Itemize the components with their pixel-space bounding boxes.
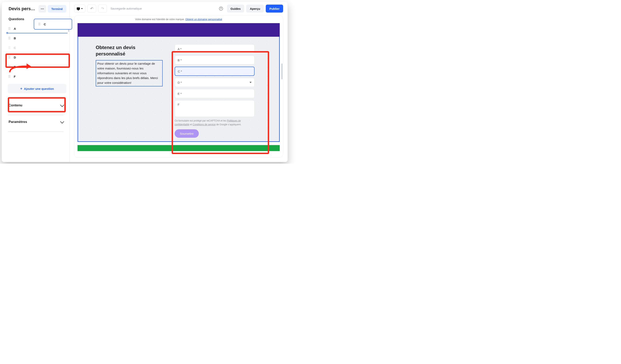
question-label: B	[14, 36, 16, 40]
field-d[interactable]: D *	[175, 78, 255, 87]
sidebar: Devis pers… ··· Terminé Questions A C	[2, 2, 70, 162]
field-e[interactable]: E *	[175, 89, 255, 98]
field-a[interactable]: A *	[175, 44, 255, 53]
question-item[interactable]: F	[9, 72, 66, 81]
field-label: F	[178, 103, 179, 106]
form-description[interactable]: Pour obtenir un devis pour le carrelage …	[96, 60, 163, 86]
question-item-placeholder: C	[9, 43, 66, 52]
question-item-dragging[interactable]: C	[34, 19, 72, 30]
drag-handle-icon[interactable]	[9, 75, 11, 78]
submit-button[interactable]: Soumettre	[175, 129, 199, 138]
form-title[interactable]: Obtenez un devis personnalisé	[96, 44, 163, 57]
accordion-label: Contenu	[9, 103, 22, 107]
done-button[interactable]: Terminé	[48, 5, 66, 13]
device-preview-button[interactable]	[74, 5, 85, 13]
banner-text: Votre domaine est l'identité de votre ma…	[135, 18, 185, 21]
toolbar: ↶ ↷ Sauvegarde automatique ? Guides Aper…	[70, 2, 288, 15]
undo-button[interactable]: ↶	[87, 5, 96, 13]
page-header-section[interactable]	[78, 23, 280, 37]
field-c[interactable]: C *	[175, 67, 255, 76]
plus-icon: +	[20, 87, 22, 91]
help-button[interactable]: ?	[217, 5, 225, 13]
add-question-button[interactable]: + Ajouter une question	[8, 84, 66, 93]
help-icon: ?	[219, 7, 223, 11]
preview-button[interactable]: Aperçu	[246, 5, 264, 13]
canvas[interactable]: Votre domaine est l'identité de votre ma…	[74, 15, 283, 158]
field-label: E *	[178, 92, 182, 95]
question-label: C	[14, 46, 16, 49]
more-options-button[interactable]: ···	[38, 5, 46, 13]
get-domain-link[interactable]: Obtenir un domaine personnalisé	[185, 18, 222, 21]
form-section[interactable]: Obtenez un devis personnalisé Pour obten…	[78, 37, 280, 142]
chevron-down-icon	[81, 8, 83, 9]
terms-link[interactable]: Conditions de service	[193, 123, 216, 126]
field-label: D *	[178, 81, 182, 84]
field-b[interactable]: B *	[175, 55, 255, 65]
drag-handle-icon[interactable]	[9, 37, 11, 40]
domain-banner: Votre domaine est l'identité de votre ma…	[74, 16, 283, 23]
redo-button[interactable]: ↷	[98, 5, 107, 13]
question-label: F	[14, 75, 16, 78]
recaptcha-notice: Ce formulaire est protégé par reCAPTCHA …	[175, 119, 255, 127]
canvas-scrollbar[interactable]	[281, 63, 282, 79]
settings-accordion[interactable]: Paramètres	[2, 115, 69, 128]
page-footer-section[interactable]	[78, 145, 280, 151]
drag-handle-icon[interactable]	[9, 56, 11, 59]
question-label: A	[14, 27, 16, 30]
add-question-label: Ajouter une question	[24, 87, 54, 90]
chevron-down-icon	[60, 103, 64, 107]
form-name: Devis pers…	[9, 6, 37, 11]
guides-button[interactable]: Guides	[227, 5, 244, 13]
drag-handle-icon[interactable]	[9, 27, 11, 30]
field-label: B *	[178, 59, 182, 62]
field-label: C *	[178, 70, 182, 73]
question-label: D	[14, 56, 16, 59]
annotation-arrow-icon	[7, 61, 31, 73]
chevron-down-icon	[60, 120, 64, 124]
publish-button[interactable]: Publier	[266, 5, 283, 13]
main-area: ↶ ↷ Sauvegarde automatique ? Guides Aper…	[70, 2, 288, 162]
question-item[interactable]: A C	[9, 24, 66, 33]
content-accordion[interactable]: Contenu	[2, 99, 69, 112]
accordion-label: Paramètres	[9, 120, 27, 124]
chevron-down-icon	[250, 82, 252, 83]
autosave-status: Sauvegarde automatique	[110, 7, 142, 10]
field-label: A *	[178, 47, 181, 51]
question-item[interactable]: B	[9, 33, 66, 43]
sidebar-scrollbar[interactable]	[68, 24, 69, 160]
drag-handle-icon[interactable]	[38, 23, 41, 26]
drag-handle-icon	[9, 46, 11, 49]
divider	[8, 131, 64, 132]
desktop-icon	[77, 7, 80, 10]
question-label: C	[44, 23, 46, 26]
field-f[interactable]: F	[175, 100, 255, 117]
